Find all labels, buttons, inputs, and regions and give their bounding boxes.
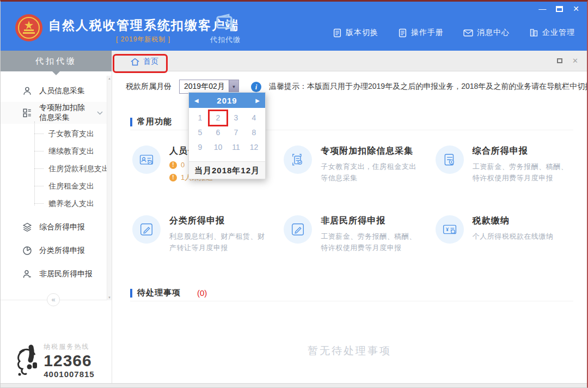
annotation-box-home-tab [113,54,168,73]
layers-icon [22,222,32,232]
close-button[interactable]: ✕ [573,4,579,13]
sidebar: 代扣代缴 人员信息采集 专项附加扣除信息采集 子女教育支出 继续教育支出 住房贷… [1,51,112,385]
hotline-headset-icon [13,344,39,378]
national-emblem-logo [15,14,43,42]
nav-enterprise-mgmt[interactable]: 企业管理 [529,28,575,38]
prev-year-arrow-icon[interactable]: ◀ [194,98,199,104]
card-desc: 工资薪金、劳务报酬、稿酬、特许权使用费等月度申报 [473,161,572,184]
month-cell[interactable]: 1 [191,111,209,125]
month-picker-header: ◀ 2019 ▶ [189,93,265,108]
minimize-button[interactable]: — [538,4,546,13]
card-title: 税款缴纳 [473,215,554,227]
top-nav: 版本切换 操作手册 消息中心 企业管理 [333,28,575,38]
title-bar: — ✕ 自然人税收管理系统扣缴客户端 [ 2019年新税制 ] 代扣代缴 [1,2,587,51]
hotline-block: 纳税服务热线 12366 4001007815 [1,342,107,379]
main-area: 首页 ✕ 税款所属月份 2019年02月 ▼ i 温馨提示：本版面只用于办理20… [112,51,587,385]
mail-icon [463,29,473,37]
warning-badge-icon: ! [169,174,177,181]
month-cell[interactable]: 9 [191,140,209,155]
app-subtitle: [ 2019年新税制 ] [116,35,170,44]
sidebar-subitem-mortgage-interest[interactable]: 住房贷款利息支出 [1,160,112,177]
tab-close-icon[interactable]: ✕ [572,57,578,65]
window-bottom-edge [1,383,587,387]
month-cell[interactable]: 11 [227,140,245,155]
home-content: 税款所属月份 2019年02月 ▼ i 温馨提示：本版面只用于办理2019年及之… [112,71,587,381]
month-cell-selected[interactable]: 2 [209,111,227,125]
hotline-number: 12366 [44,351,94,369]
sidebar-collapse-button[interactable]: « [47,293,60,306]
month-grid: 1 2 3 4 5 6 7 8 9 10 11 12 [189,108,265,161]
sidebar-item-label: 分类所得申报 [39,246,85,256]
nav-label: 消息中心 [477,28,510,38]
card-tax-payment[interactable]: 税款缴纳 个人所得税税款在线缴纳 [433,205,576,271]
warning-badge-icon: ! [169,161,177,169]
card-special-deduction-collect[interactable]: 专项附加扣除信息采集 子女教育支出，住房租金支出等信息采集 [281,136,424,201]
warm-tip-text: 温馨提示：本版面只用于办理2019年及之后的申报业务，2018年及之前的业务请在… [269,82,587,92]
hotline-sub-number: 4001007815 [44,369,94,379]
sidebar-subitem-elderly-support[interactable]: 赡养老人支出 [1,195,112,212]
month-cell[interactable]: 4 [245,111,263,125]
section-accent-bar [130,118,132,126]
month-cell[interactable]: 6 [209,125,227,140]
month-cell[interactable]: 12 [245,140,263,155]
module-daikou-daijiao[interactable]: 代扣代缴 [206,14,244,45]
pencil-square-icon [139,222,154,237]
wallet-icon [216,14,235,31]
month-cell[interactable]: 10 [209,140,227,155]
card-title: 非居民所得申报 [321,215,420,227]
nav-manual[interactable]: 操作手册 [398,28,444,38]
card-nonresident-income-report[interactable]: 非居民所得申报 工资薪金、劳务报酬、稿酬、特许权使用费等月度申报 [281,205,424,271]
special-deduction-submenu: 子女教育支出 继续教育支出 住房贷款利息支出 住房租金支出 赡养老人支出 [1,124,112,215]
section-title: 待处理事项 [137,288,181,298]
document-icon [333,28,342,38]
sidebar-subitem-continuing-education[interactable]: 继续教育支出 [1,142,112,160]
building-icon [529,28,538,37]
sidebar-item-special-deduction[interactable]: 专项附加扣除信息采集 [1,102,112,124]
sidebar-item-nonresident-income[interactable]: 非居民所得申报 [1,262,112,286]
tab-bar: 首页 ✕ [112,51,587,71]
card-desc: 个人所得税税款在线缴纳 [473,231,554,242]
sidebar-item-label: 非居民所得申报 [39,269,93,279]
nav-version-switch[interactable]: 版本切换 [333,28,378,38]
month-cell[interactable]: 8 [245,125,263,140]
nav-label: 操作手册 [411,28,444,38]
card-classified-income-report[interactable]: 分类所得申报 利息股息红利、财产租赁、财产转让等月度申报 [130,205,273,271]
info-icon[interactable]: i [251,82,261,92]
sidebar-item-comprehensive-income[interactable]: 综合所得申报 [1,215,112,239]
sidebar-item-label: 人员信息采集 [39,86,85,96]
sidebar-item-personnel-info[interactable]: 人员信息采集 [1,80,112,102]
report-doc-icon [443,153,457,167]
document-icon [398,28,407,38]
month-cell[interactable]: 3 [227,111,245,125]
nav-message-center[interactable]: 消息中心 [463,28,510,38]
sidebar-item-label: 综合所得申报 [39,222,85,232]
card-desc: 利息股息红利、财产租赁、财产转让等月度申报 [169,231,268,254]
tab-restore-icon[interactable] [557,58,562,63]
sidebar-item-classified-income[interactable]: 分类所得申报 [1,239,112,262]
card-stat: 0 [181,161,185,169]
next-year-arrow-icon[interactable]: ▶ [255,98,260,104]
card-desc: 工资薪金、劳务报酬、稿酬、特许权使用费等月度申报 [321,231,420,254]
section-accent-bar [130,289,132,298]
card-desc: 子女教育支出，住房租金支出等信息采集 [321,161,420,184]
select-dropdown-arrow-icon[interactable]: ▼ [229,80,238,93]
tax-month-value: 2019年02月 [180,82,229,92]
empty-state-text: 暂无待处理事项 [112,344,587,358]
sidebar-header: 代扣代缴 [1,51,112,71]
card-title: 分类所得申报 [169,215,268,227]
maximize-icon[interactable] [556,6,563,12]
pie-chart-icon [22,246,32,256]
tax-month-label: 税款所属月份 [126,82,171,92]
chevron-down-icon [97,111,103,115]
grid-icon [22,108,32,118]
current-month-shortcut[interactable]: 当月2018年12月 [189,161,265,179]
card-title: 专项附加扣除信息采集 [321,146,420,157]
nav-label: 企业管理 [542,28,575,38]
card-comprehensive-income-report[interactable]: 综合所得申报 工资薪金、劳务报酬、稿酬、特许权使用费等月度申报 [433,136,576,201]
month-cell[interactable]: 7 [227,125,245,140]
sidebar-subitem-child-education[interactable]: 子女教育支出 [1,125,112,142]
sidebar-subitem-housing-rent[interactable]: 住房租金支出 [1,177,112,195]
sidebar-scrollbar[interactable]: ▲▼ [107,76,112,300]
month-cell[interactable]: 5 [191,125,209,140]
app-window: — ✕ 自然人税收管理系统扣缴客户端 [ 2019年新税制 ] 代扣代缴 [0,0,588,388]
